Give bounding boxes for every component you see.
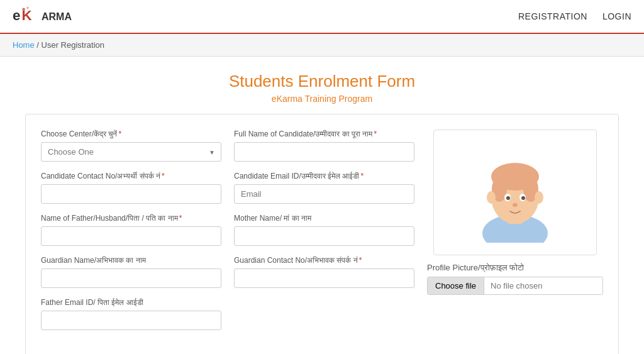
form-title-area: Students Enrolment Form eKarma Training … <box>25 72 619 104</box>
father-label: Name of Father/Husband/पिता / पति का नाम… <box>41 214 221 223</box>
contact-group: Candidate Contact No/अभ्यर्थी संपर्क नं* <box>41 172 221 204</box>
father-email-label: Father Email ID/ पिता ईमेल आईडी <box>41 298 221 307</box>
center-select[interactable]: Choose One <box>41 142 221 162</box>
file-input-row: Choose file No file chosen <box>427 277 603 295</box>
guardian-name-label: Guardian Name/अभिभावक का नाम <box>41 256 221 265</box>
guardian-name-group: Guardian Name/अभिभावक का नाम <box>41 256 221 288</box>
header-nav: REGISTRATION LOGIN <box>518 11 631 21</box>
form-row-5: Father Email ID/ पिता ईमेल आईडी <box>41 298 414 330</box>
svg-text:e: e <box>13 8 20 23</box>
guardian-name-input[interactable] <box>41 268 221 288</box>
logo-text-icon: ARMA <box>42 9 92 24</box>
svg-point-17 <box>535 191 543 204</box>
choose-file-button[interactable]: Choose file <box>428 277 484 294</box>
registration-link[interactable]: REGISTRATION <box>518 11 587 21</box>
login-link[interactable]: LOGIN <box>602 11 631 21</box>
form-title: Students Enrolment Form <box>25 72 619 91</box>
logo-icon: e K <box>13 5 38 28</box>
form-row-2: Candidate Contact No/अभ्यर्थी संपर्क नं*… <box>41 172 414 204</box>
breadcrumb-home-link[interactable]: Home <box>13 40 35 50</box>
form-container: Choose Center/केंद्र चुनें* Choose One ▼… <box>25 114 619 354</box>
svg-point-15 <box>513 203 518 207</box>
father-input[interactable] <box>41 226 221 246</box>
form-row-3: Name of Father/Husband/पिता / पति का नाम… <box>41 214 414 246</box>
fullname-label: Full Name of Candidate/उम्मीदवार का पूरा… <box>234 130 414 138</box>
breadcrumb-current: User Registration <box>42 40 104 50</box>
father-email-input[interactable] <box>41 311 221 330</box>
guardian-contact-input[interactable] <box>234 268 414 288</box>
mother-input[interactable] <box>234 226 414 246</box>
center-select-wrapper: Choose One ▼ <box>41 142 221 162</box>
fullname-input[interactable] <box>234 142 414 162</box>
form-row-1: Choose Center/केंद्र चुनें* Choose One ▼… <box>41 130 414 162</box>
svg-point-2 <box>22 8 25 11</box>
svg-point-16 <box>487 191 496 204</box>
logo: e K ARMA <box>13 5 92 28</box>
mother-group: Mother Name/ मां का नाम <box>234 214 414 246</box>
breadcrumb-separator: / <box>36 40 41 50</box>
main-content: Students Enrolment Form eKarma Training … <box>0 57 644 354</box>
mother-label: Mother Name/ मां का नाम <box>234 214 414 223</box>
form-left: Choose Center/केंद्र चुनें* Choose One ▼… <box>41 130 414 340</box>
breadcrumb: Home / User Registration <box>0 34 644 57</box>
profile-picture-label: Profile Picture/प्रोफ़ाइल फोटो <box>427 263 524 273</box>
svg-point-3 <box>26 7 28 9</box>
father-group: Name of Father/Husband/पिता / पति का नाम… <box>41 214 221 246</box>
file-name-display: No file chosen <box>484 277 602 294</box>
avatar-box <box>433 130 597 255</box>
placeholder-group <box>234 298 414 330</box>
guardian-contact-group: Guardian Contact No/अभिभावक संपर्क नं* <box>234 256 414 288</box>
form-row-4: Guardian Name/अभिभावक का नाम Guardian Co… <box>41 256 414 288</box>
contact-input[interactable] <box>41 184 221 204</box>
fullname-group: Full Name of Candidate/उम्मीदवार का पूरा… <box>234 130 414 162</box>
contact-label: Candidate Contact No/अभ्यर्थी संपर्क नं* <box>41 172 221 180</box>
email-input[interactable] <box>234 184 414 204</box>
svg-point-13 <box>506 196 510 200</box>
header: e K ARMA REGISTRATION LOGIN <box>0 0 644 34</box>
center-group: Choose Center/केंद्र चुनें* Choose One ▼ <box>41 130 221 162</box>
center-label: Choose Center/केंद्र चुनें* <box>41 130 221 138</box>
email-label: Candidate Email ID/उम्मीदवार ईमेल आईडी* <box>234 172 414 180</box>
form-right: Profile Picture/प्रोफ़ाइल फोटो Choose fi… <box>427 130 603 340</box>
svg-text:ARMA: ARMA <box>42 11 72 22</box>
form-subtitle: eKarma Training Program <box>25 94 619 104</box>
email-group: Candidate Email ID/उम्मीदवार ईमेल आईडी* <box>234 172 414 204</box>
svg-point-14 <box>521 196 525 200</box>
father-email-group: Father Email ID/ पिता ईमेल आईडी <box>41 298 221 330</box>
guardian-contact-label: Guardian Contact No/अभिभावक संपर्क नं* <box>234 256 414 265</box>
avatar <box>471 142 559 243</box>
